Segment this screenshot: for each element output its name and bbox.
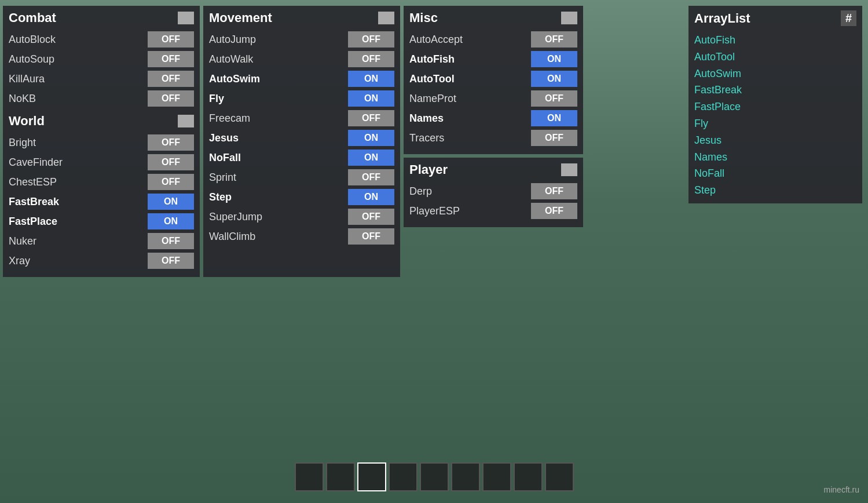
autoblock-btn[interactable]: OFF bbox=[148, 31, 194, 48]
fastplace-label: FastPlace bbox=[9, 216, 57, 228]
jesus-btn[interactable]: ON bbox=[348, 130, 394, 146]
wallclimb-btn[interactable]: OFF bbox=[348, 228, 394, 245]
wallclimb-row: WallClimb OFF bbox=[209, 228, 394, 245]
autosoup-row: AutoSoup OFF bbox=[9, 51, 194, 67]
autotool-label: AutoTool bbox=[409, 73, 455, 85]
hotbar bbox=[295, 462, 574, 491]
world-toggle[interactable] bbox=[178, 115, 194, 127]
panels-container: Combat AutoBlock OFF AutoSoup OFF KillAu… bbox=[3, 6, 583, 277]
autowalk-row: AutoWalk OFF bbox=[209, 51, 394, 67]
autojump-btn[interactable]: OFF bbox=[348, 31, 394, 48]
derp-row: Derp OFF bbox=[409, 183, 577, 199]
arraylist-hash[interactable]: # bbox=[841, 10, 856, 26]
autoaccept-row: AutoAccept OFF bbox=[409, 31, 577, 48]
hotbar-slot-5[interactable] bbox=[420, 462, 449, 491]
autosoup-btn[interactable]: OFF bbox=[148, 51, 194, 67]
xray-row: Xray OFF bbox=[9, 253, 194, 269]
autowalk-btn[interactable]: OFF bbox=[348, 51, 394, 67]
hotbar-slot-8[interactable] bbox=[514, 462, 543, 491]
sprint-btn[interactable]: OFF bbox=[348, 169, 394, 185]
autoswim-row: AutoSwim ON bbox=[209, 71, 394, 87]
world-section: World Bright OFF CaveFinder OFF ChestESP… bbox=[9, 114, 194, 269]
superjump-label: SuperJump bbox=[209, 211, 262, 223]
nofall-label: NoFall bbox=[209, 152, 241, 164]
autowalk-label: AutoWalk bbox=[209, 53, 253, 65]
fastbreak-btn[interactable]: ON bbox=[148, 194, 194, 210]
freecam-label: Freecam bbox=[209, 112, 250, 125]
autoaccept-btn[interactable]: OFF bbox=[531, 31, 577, 48]
autotool-btn[interactable]: ON bbox=[531, 71, 577, 87]
arraylist-item-jesus: Jesus bbox=[694, 132, 856, 149]
freecam-btn[interactable]: OFF bbox=[348, 110, 394, 126]
combat-header: Combat bbox=[9, 10, 194, 25]
tracers-btn[interactable]: OFF bbox=[531, 130, 577, 146]
bright-btn[interactable]: OFF bbox=[148, 134, 194, 151]
nokb-label: NoKB bbox=[9, 93, 36, 105]
combat-toggle[interactable] bbox=[178, 12, 194, 24]
freecam-row: Freecam OFF bbox=[209, 110, 394, 126]
nokb-btn[interactable]: OFF bbox=[148, 90, 194, 107]
names-btn[interactable]: ON bbox=[531, 110, 577, 126]
fastbreak-row: FastBreak ON bbox=[9, 194, 194, 210]
step-btn[interactable]: ON bbox=[348, 189, 394, 205]
arraylist-item-autofish: AutoFish bbox=[694, 32, 856, 49]
playeresp-row: PlayerESP OFF bbox=[409, 203, 577, 219]
playeresp-label: PlayerESP bbox=[409, 205, 460, 217]
sprint-row: Sprint OFF bbox=[209, 169, 394, 185]
hotbar-slot-4[interactable] bbox=[389, 462, 417, 491]
hotbar-slot-9[interactable] bbox=[545, 462, 574, 491]
xray-btn[interactable]: OFF bbox=[148, 253, 194, 269]
nofall-btn[interactable]: ON bbox=[348, 150, 394, 166]
fly-label: Fly bbox=[209, 93, 224, 105]
jesus-row: Jesus ON bbox=[209, 130, 394, 146]
hotbar-slot-6[interactable] bbox=[451, 462, 480, 491]
fly-row: Fly ON bbox=[209, 90, 394, 107]
arraylist-item-fastbreak: FastBreak bbox=[694, 82, 856, 99]
nuker-btn[interactable]: OFF bbox=[148, 233, 194, 249]
movement-toggle[interactable] bbox=[378, 12, 394, 24]
misc-player-col: Misc AutoAccept OFF AutoFish ON AutoTool… bbox=[404, 6, 583, 277]
arraylist-panel: ArrayList # AutoFish AutoTool AutoSwim F… bbox=[688, 6, 862, 203]
movement-title: Movement bbox=[209, 10, 272, 25]
autoswim-label: AutoSwim bbox=[209, 73, 260, 85]
autoblock-row: AutoBlock OFF bbox=[9, 31, 194, 48]
misc-toggle[interactable] bbox=[561, 12, 577, 24]
nameprot-btn[interactable]: OFF bbox=[531, 90, 577, 107]
derp-btn[interactable]: OFF bbox=[531, 183, 577, 199]
autoswim-btn[interactable]: ON bbox=[348, 71, 394, 87]
world-header: World bbox=[9, 114, 194, 129]
hotbar-slot-2[interactable] bbox=[326, 462, 355, 491]
bright-label: Bright bbox=[9, 137, 36, 149]
watermark: minecft.ru bbox=[824, 485, 859, 494]
playeresp-btn[interactable]: OFF bbox=[531, 203, 577, 219]
arraylist-items: AutoFish AutoTool AutoSwim FastBreak Fas… bbox=[694, 32, 856, 199]
arraylist-item-fastplace: FastPlace bbox=[694, 99, 856, 115]
autofish-btn[interactable]: ON bbox=[531, 51, 577, 67]
arraylist-item-fly: Fly bbox=[694, 115, 856, 132]
nofall-row: NoFall ON bbox=[209, 150, 394, 166]
fly-btn[interactable]: ON bbox=[348, 90, 394, 107]
names-label: Names bbox=[409, 112, 444, 125]
chestesp-label: ChestESP bbox=[9, 176, 57, 188]
nuker-label: Nuker bbox=[9, 235, 36, 247]
nokb-row: NoKB OFF bbox=[9, 90, 194, 107]
movement-panel: Movement AutoJump OFF AutoWalk OFF AutoS… bbox=[203, 6, 400, 277]
misc-title: Misc bbox=[409, 10, 438, 25]
player-toggle[interactable] bbox=[561, 163, 577, 176]
wallclimb-label: WallClimb bbox=[209, 231, 255, 243]
arraylist-item-autotool: AutoTool bbox=[694, 49, 856, 65]
chestesp-btn[interactable]: OFF bbox=[148, 174, 194, 190]
cavefinder-btn[interactable]: OFF bbox=[148, 154, 194, 170]
player-title: Player bbox=[409, 162, 448, 177]
arraylist-title: ArrayList bbox=[694, 11, 750, 26]
fastplace-btn[interactable]: ON bbox=[148, 213, 194, 229]
fastplace-row: FastPlace ON bbox=[9, 213, 194, 229]
misc-panel: Misc AutoAccept OFF AutoFish ON AutoTool… bbox=[404, 6, 583, 154]
autotool-row: AutoTool ON bbox=[409, 71, 577, 87]
hotbar-slot-3[interactable] bbox=[357, 462, 386, 491]
hotbar-slot-7[interactable] bbox=[482, 462, 511, 491]
killaura-btn[interactable]: OFF bbox=[148, 71, 194, 87]
autofish-row: AutoFish ON bbox=[409, 51, 577, 67]
hotbar-slot-1[interactable] bbox=[295, 462, 324, 491]
superjump-btn[interactable]: OFF bbox=[348, 209, 394, 225]
